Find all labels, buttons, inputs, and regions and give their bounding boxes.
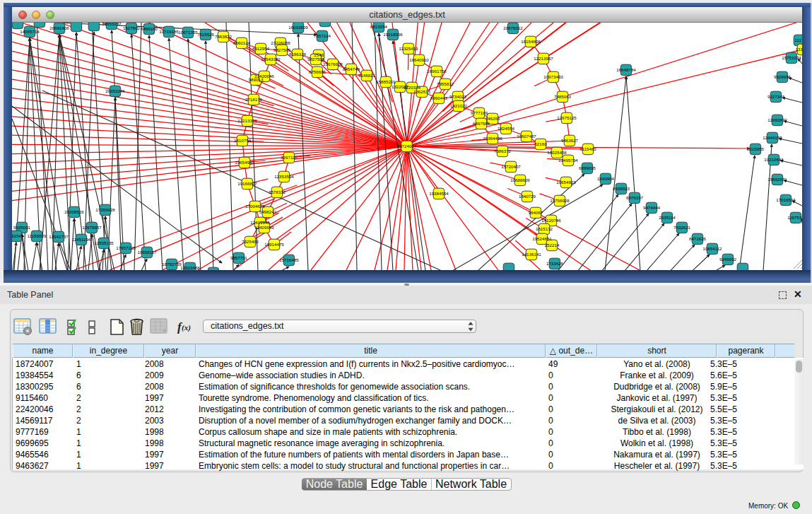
- svg-text:20364436: 20364436: [483, 136, 502, 141]
- svg-text:19756928: 19756928: [550, 198, 570, 203]
- svg-text:20206526: 20206526: [64, 209, 84, 214]
- svg-text:14055714: 14055714: [20, 29, 40, 34]
- svg-text:12213967: 12213967: [534, 56, 553, 61]
- svg-text:10607487: 10607487: [517, 134, 536, 139]
- svg-text:9474444: 9474444: [643, 205, 661, 210]
- svg-text:17957225: 17957225: [116, 245, 136, 250]
- svg-text:8912954: 8912954: [252, 46, 270, 51]
- svg-text:6497568: 6497568: [473, 121, 490, 126]
- svg-text:10654923: 10654923: [556, 180, 576, 185]
- svg-text:131325: 131325: [796, 47, 802, 52]
- svg-text:10543382: 10543382: [261, 57, 281, 62]
- svg-text:12093872: 12093872: [767, 117, 787, 122]
- svg-text:10973493: 10973493: [543, 74, 563, 79]
- svg-text:7386372: 7386372: [494, 148, 512, 153]
- svg-text:16033809: 16033809: [288, 25, 308, 30]
- svg-text:8215955: 8215955: [747, 146, 765, 151]
- svg-text:10719185: 10719185: [159, 29, 179, 34]
- svg-text:14120746: 14120746: [541, 218, 561, 223]
- svg-text:16782759: 16782759: [162, 262, 182, 267]
- svg-text:9115460: 9115460: [579, 146, 596, 151]
- svg-text:252214: 252214: [545, 243, 560, 247]
- svg-text:15720407: 15720407: [501, 164, 521, 169]
- svg-text:1527602: 1527602: [123, 25, 141, 30]
- svg-text:16640910: 16640910: [409, 57, 429, 62]
- svg-text:12975125: 12975125: [557, 115, 577, 120]
- svg-text:1322037: 1322037: [392, 84, 409, 89]
- svg-text:12409949: 12409949: [254, 225, 274, 230]
- svg-text:2718170: 2718170: [245, 97, 263, 102]
- svg-text:6466160: 6466160: [141, 26, 158, 31]
- svg-text:1117: 1117: [795, 37, 802, 42]
- svg-text:7632621: 7632621: [673, 225, 691, 230]
- svg-text:16914479: 16914479: [264, 242, 284, 247]
- svg-text:991549: 991549: [12, 233, 24, 238]
- svg-text:62160: 62160: [534, 141, 547, 146]
- svg-text:7663822: 7663822: [215, 34, 233, 39]
- svg-text:12353594: 12353594: [274, 174, 294, 179]
- svg-text:12942737: 12942737: [49, 234, 69, 239]
- svg-text:7857224: 7857224: [314, 33, 331, 38]
- svg-text:12213369: 12213369: [237, 118, 257, 123]
- svg-text:7625402: 7625402: [242, 239, 259, 244]
- svg-text:17359928: 17359928: [95, 207, 115, 212]
- svg-text:7955812: 7955812: [437, 81, 454, 86]
- svg-text:16961758: 16961758: [427, 69, 447, 74]
- svg-text:11156829: 11156829: [28, 233, 47, 238]
- svg-text:9227343: 9227343: [767, 94, 785, 99]
- svg-text:1733426: 1733426: [546, 261, 564, 266]
- svg-text:12444159: 12444159: [763, 135, 782, 140]
- svg-text:14136141: 14136141: [522, 252, 541, 257]
- svg-text:10210643: 10210643: [764, 157, 784, 162]
- svg-text:12409948: 12409948: [250, 220, 270, 225]
- svg-text:9146821: 9146821: [358, 73, 376, 78]
- svg-text:19654985: 19654985: [235, 160, 254, 165]
- svg-text:8454749: 8454749: [343, 66, 360, 71]
- svg-text:10958117: 10958117: [137, 250, 157, 255]
- svg-text:6879197: 6879197: [626, 195, 644, 200]
- svg-text:19384554: 19384554: [429, 191, 449, 196]
- svg-text:10975857: 10975857: [82, 225, 102, 230]
- svg-text:1840729: 1840729: [519, 194, 536, 199]
- svg-text:7485063: 7485063: [554, 94, 572, 99]
- svg-text:1421022: 1421022: [450, 103, 468, 108]
- svg-text:23226058: 23226058: [271, 40, 290, 45]
- svg-text:18724007: 18724007: [397, 144, 417, 148]
- svg-text:746266: 746266: [486, 116, 500, 121]
- svg-text:8990443: 8990443: [430, 95, 448, 100]
- svg-text:10688609: 10688609: [510, 177, 530, 182]
- svg-text:9463627: 9463627: [561, 138, 579, 143]
- svg-text:10654112: 10654112: [702, 246, 722, 251]
- svg-text:20053346: 20053346: [105, 88, 125, 93]
- svg-text:15751074: 15751074: [782, 55, 801, 60]
- svg-text:11325419: 11325419: [399, 46, 418, 51]
- svg-text:1824554: 1824554: [498, 126, 515, 131]
- svg-text:8186328: 8186328: [289, 52, 307, 57]
- svg-text:11451194: 11451194: [72, 237, 91, 242]
- svg-text:5498242: 5498242: [259, 209, 277, 214]
- svg-text:8938923: 8938923: [613, 186, 630, 191]
- svg-text:12923468: 12923468: [180, 265, 200, 270]
- svg-text:17004678: 17004678: [245, 204, 265, 209]
- svg-text:10025458: 10025458: [547, 150, 567, 155]
- svg-text:1640954: 1640954: [597, 176, 615, 181]
- svg-text:10653287: 10653287: [102, 23, 122, 26]
- svg-text:6899695: 6899695: [579, 165, 596, 170]
- svg-text:2935114: 2935114: [659, 215, 676, 220]
- svg-text:9777169: 9777169: [471, 110, 488, 115]
- svg-text:(x): (x): [182, 323, 191, 332]
- svg-text:17016504: 17016504: [776, 197, 796, 202]
- svg-text:19524851: 19524851: [532, 236, 552, 241]
- svg-text:9245652: 9245652: [719, 257, 737, 262]
- svg-text:16154808: 16154808: [521, 39, 541, 44]
- svg-text:9827508: 9827508: [307, 57, 325, 62]
- svg-text:1167533: 1167533: [787, 215, 802, 220]
- svg-text:9827509: 9827509: [273, 47, 291, 52]
- svg-text:1362615: 1362615: [413, 89, 431, 94]
- svg-text:20876012: 20876012: [503, 25, 523, 30]
- svg-text:12505135: 12505135: [94, 240, 114, 245]
- svg-text:23676608: 23676608: [323, 62, 343, 66]
- svg-text:8660124: 8660124: [233, 40, 251, 45]
- svg-text:15716485: 15716485: [279, 257, 299, 262]
- svg-text:23420046: 23420046: [254, 74, 274, 78]
